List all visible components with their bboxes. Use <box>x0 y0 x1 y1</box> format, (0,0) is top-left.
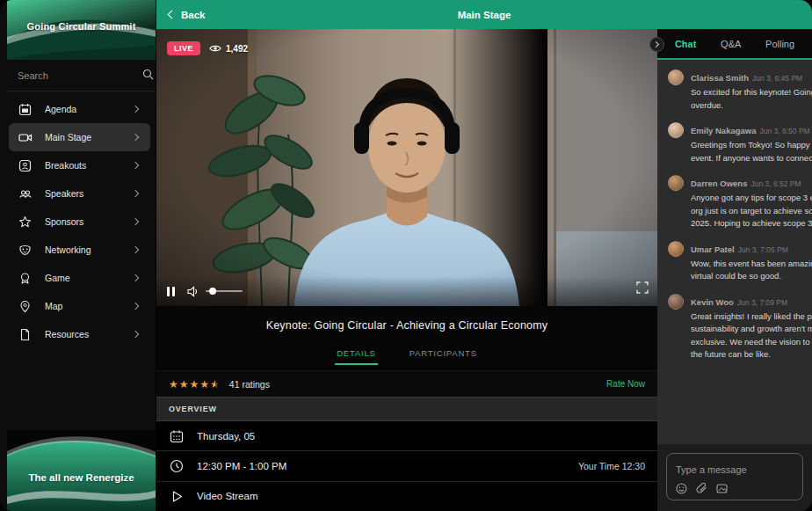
volume-icon[interactable] <box>187 286 200 297</box>
rate-now-button[interactable]: Rate Now <box>606 379 645 389</box>
chat-timestamp: Jun 3, 6:50 PM <box>759 127 809 135</box>
tab-details[interactable]: DETAILS <box>335 345 378 365</box>
video-controls <box>156 276 657 306</box>
chevron-right-icon <box>132 190 139 197</box>
search-input[interactable] <box>18 70 142 81</box>
chat-text: So excited for this keynote! Going circ … <box>691 86 812 112</box>
sidebar-nav: Agenda Main Stage Breakouts Speakers Spo <box>7 91 156 348</box>
event-app-window: Going Circular Summit Agenda Main Stage … <box>0 0 812 511</box>
sidebar-item-map[interactable]: Map <box>9 292 150 320</box>
volume-slider-knob[interactable] <box>209 288 216 295</box>
avatar <box>668 122 684 138</box>
sidebar-item-label: Networking <box>45 245 133 255</box>
sidebar-item-label: Game <box>45 273 133 283</box>
collapse-panel-button[interactable] <box>649 37 664 52</box>
chat-timestamp: Jun 3, 6:52 PM <box>750 179 801 188</box>
sidebar-item-label: Map <box>45 301 133 311</box>
tab-polling[interactable]: Polling <box>765 39 794 49</box>
tab-qa[interactable]: Q&A <box>721 39 741 49</box>
chat-message-list[interactable]: Clarissa SmithJun 3, 6:45 PM So excited … <box>657 60 812 444</box>
sidebar-promo-banner[interactable]: The all new Renergize <box>7 430 156 511</box>
chat-composer-box[interactable] <box>666 453 803 500</box>
attachment-icon[interactable] <box>696 483 707 494</box>
overview-section-header: OVERVIEW <box>156 397 657 421</box>
chat-tab-bar: Chat Q&A Polling <box>657 29 812 60</box>
session-title: Keynote: Going Circular - Achieving a Ci… <box>266 319 548 332</box>
avatar <box>668 241 684 257</box>
sidebar-item-sponsors[interactable]: Sponsors <box>9 208 150 236</box>
chevron-right-icon <box>132 246 139 253</box>
chat-message-input[interactable] <box>676 464 794 475</box>
search-icon <box>142 68 154 84</box>
green-wave-graphic <box>7 430 156 511</box>
video-player[interactable]: LIVE 1,492 <box>156 29 657 306</box>
sidebar-item-resources[interactable]: Resources <box>9 320 150 348</box>
rating-row: ★★★★★ 41 ratings Rate Now <box>156 370 657 397</box>
chat-text: Anyone got any tips for scope 3 emissi o… <box>691 192 812 230</box>
tab-participants[interactable]: PARTICIPANTS <box>408 345 479 363</box>
star-rating: ★★★★★ <box>169 378 221 391</box>
chevron-right-icon <box>653 41 659 47</box>
chevron-right-icon <box>132 162 139 169</box>
sidebar-item-breakouts[interactable]: Breakouts <box>9 151 150 179</box>
sidebar-item-label: Main Stage <box>45 132 133 142</box>
video-stream-row[interactable]: Video Stream <box>156 482 657 511</box>
session-time-row: 12:30 PM - 1:00 PM Your Time 12:30 <box>156 451 657 481</box>
calendar-icon <box>169 429 185 443</box>
pause-button[interactable] <box>167 287 175 296</box>
networking-icon <box>18 243 33 258</box>
volume-slider[interactable] <box>206 290 243 292</box>
live-status-row: LIVE 1,492 <box>167 41 248 55</box>
chat-timestamp: Jun 3, 7:09 PM <box>737 298 787 307</box>
eye-icon <box>209 44 221 53</box>
chat-text: Great insights! I really liked the point… <box>691 310 812 361</box>
tab-chat[interactable]: Chat <box>675 39 696 49</box>
promo-banner-text: The all new Renergize <box>7 472 156 483</box>
speakers-icon <box>18 186 33 201</box>
session-tabs: DETAILS PARTICIPANTS <box>156 345 657 370</box>
sidebar: Going Circular Summit Agenda Main Stage … <box>0 0 156 511</box>
map-pin-icon <box>18 299 33 314</box>
chat-message: Kevin WooJun 3, 7:09 PM Great insights! … <box>668 293 812 361</box>
sidebar-item-label: Agenda <box>45 104 133 114</box>
chat-message: Emily NakagawaJun 3, 6:50 PM Greetings f… <box>668 121 812 164</box>
your-time-label: Your Time 12:30 <box>578 461 645 471</box>
session-date-row: Thursday, 05 <box>156 421 657 451</box>
video-stream-label: Video Stream <box>197 491 257 501</box>
half-star-icon: ★ <box>210 378 221 391</box>
star-icon <box>18 215 33 230</box>
emoji-icon[interactable] <box>676 483 687 494</box>
chevron-right-icon <box>132 331 139 338</box>
clock-icon <box>169 459 185 473</box>
chat-author: Darren Owens <box>691 179 747 188</box>
gif-icon[interactable] <box>716 483 728 494</box>
back-button[interactable]: Back <box>169 10 206 20</box>
calendar-icon <box>18 102 33 117</box>
chevron-right-icon <box>132 303 139 310</box>
sidebar-item-agenda[interactable]: Agenda <box>9 95 150 123</box>
medal-icon <box>18 271 33 286</box>
chat-timestamp: Jun 3, 7:05 PM <box>738 245 788 254</box>
main-stage-content: LIVE 1,492 Keynote: Going Circular - Ach… <box>156 29 657 511</box>
sidebar-item-label: Resources <box>45 329 133 339</box>
chat-author: Emily Nakagawa <box>691 126 756 135</box>
sidebar-header-banner: Going Circular Summit <box>7 0 156 60</box>
rating-count: 41 ratings <box>229 379 270 390</box>
chat-text: Wow, this event has been amazing! I c vi… <box>691 258 812 283</box>
sidebar-item-networking[interactable]: Networking <box>9 236 150 264</box>
page-title: Main Stage <box>156 10 812 20</box>
sidebar-item-main-stage[interactable]: Main Stage <box>9 123 150 151</box>
chat-author: Kevin Woo <box>691 297 734 307</box>
fullscreen-button[interactable] <box>636 281 649 297</box>
chevron-right-icon <box>132 218 139 225</box>
chat-message: Umar PatelJun 3, 7:05 PM Wow, this event… <box>668 240 812 283</box>
chat-author: Umar Patel <box>691 245 735 254</box>
back-label: Back <box>181 10 206 20</box>
viewer-count: 1,492 <box>209 44 248 54</box>
chevron-right-icon <box>132 106 139 113</box>
chevron-right-icon <box>132 134 139 141</box>
sidebar-item-speakers[interactable]: Speakers <box>9 179 150 208</box>
sidebar-item-game[interactable]: Game <box>9 264 150 292</box>
play-icon <box>169 490 185 503</box>
live-stream-frame <box>156 29 657 306</box>
